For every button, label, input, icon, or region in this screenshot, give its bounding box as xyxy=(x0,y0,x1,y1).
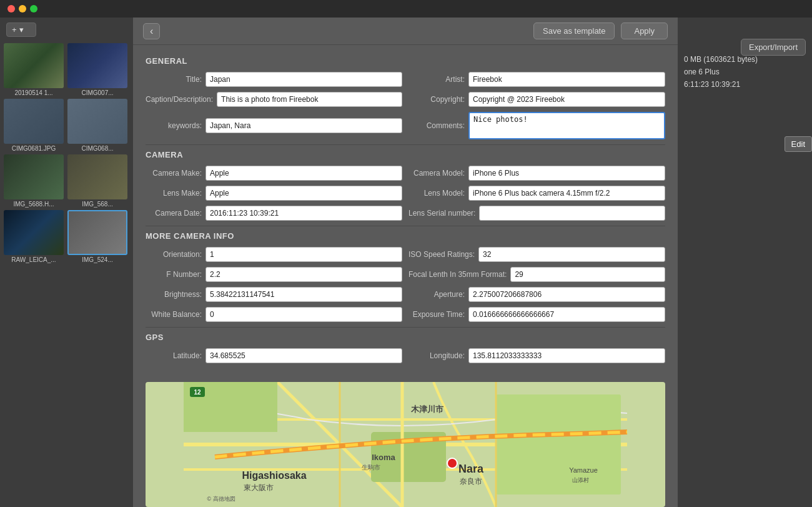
close-button[interactable] xyxy=(7,5,15,13)
svg-text:© 高徳地図: © 高徳地図 xyxy=(207,496,235,502)
minimize-button[interactable] xyxy=(19,5,26,13)
lens-make-input[interactable] xyxy=(205,186,402,201)
camera-model-input[interactable] xyxy=(468,166,665,181)
keywords-input[interactable] xyxy=(205,118,402,133)
camera-date-input[interactable] xyxy=(205,206,402,221)
orientation-iso-row: Orientation: ISO Speed Ratings: xyxy=(146,247,665,262)
aperture-input[interactable] xyxy=(468,287,665,302)
list-item[interactable]: CIMG007... xyxy=(66,43,129,96)
copyright-input[interactable] xyxy=(468,92,665,107)
save-as-template-button[interactable]: Save as template xyxy=(533,23,615,39)
gps-row: Latitude: Longitude: xyxy=(146,348,665,363)
form-content: GENERAL Title: Artist: Caption/Descripti… xyxy=(133,45,678,376)
svg-text:奈良市: 奈良市 xyxy=(460,477,482,486)
artist-label: Artist: xyxy=(408,75,465,84)
datetime-item: 6:11:23 10:39:21 xyxy=(684,80,806,89)
gps-section-title: GPS xyxy=(146,333,665,342)
list-item[interactable]: IMG_568... xyxy=(66,154,129,208)
whitebalance-exposure-row: White Balance: Exposure Time: xyxy=(146,307,665,322)
lens-serial-col: Lens Serial number: xyxy=(408,206,665,221)
lens-model-input[interactable] xyxy=(468,186,665,201)
back-button[interactable]: ‹ xyxy=(143,23,160,39)
list-item[interactable]: RAW_LEICA_... xyxy=(2,210,65,263)
model-item: one 6 Plus xyxy=(684,68,806,76)
camera-section-title: CAMERA xyxy=(146,150,665,159)
edit-button[interactable]: Edit xyxy=(785,136,812,152)
thumbnail-image-selected xyxy=(67,210,127,255)
focal-label: Focal Lenth In 35mm Format: xyxy=(408,270,507,279)
list-item[interactable]: CIMG0681.JPG xyxy=(2,99,65,152)
thumbnail-label: CIMG0681.JPG xyxy=(4,145,64,152)
title-input[interactable] xyxy=(205,72,402,87)
whitebalance-input[interactable] xyxy=(205,307,402,322)
caption-label: Caption/Description: xyxy=(146,95,213,104)
whitebalance-label: White Balance: xyxy=(146,310,202,319)
keywords-label: keywords: xyxy=(146,121,202,130)
camera-divider xyxy=(146,226,665,226)
list-item[interactable]: IMG_5688.H... xyxy=(2,154,65,208)
fnumber-label: F Number: xyxy=(146,270,202,279)
thumbnail-image xyxy=(4,210,64,255)
fullscreen-button[interactable] xyxy=(30,5,37,13)
list-item[interactable]: CIMG068... xyxy=(66,99,129,152)
iso-col: ISO Speed Ratings: xyxy=(408,247,665,262)
general-divider xyxy=(146,144,665,145)
latitude-input[interactable] xyxy=(205,348,402,363)
camera-make-label: Camera Make: xyxy=(146,169,202,178)
camera-model-label: Camera Model: xyxy=(408,169,465,178)
datetime-value: 6:11:23 10:39:21 xyxy=(684,80,740,89)
thumb-row-1: 20190514 1... CIMG007... xyxy=(0,42,133,98)
camera-date-col: Camera Date: xyxy=(146,206,402,221)
longitude-input[interactable] xyxy=(468,348,665,363)
thumbnail-label: IMG_5688.H... xyxy=(4,201,64,208)
caption-col: Caption/Description: xyxy=(146,92,402,107)
main-toolbar: ‹ Save as template Apply xyxy=(133,18,678,45)
list-item[interactable]: 20190514 1... xyxy=(2,43,65,96)
brightness-aperture-row: Brightness: Aperture: xyxy=(146,287,665,302)
thumbnail-image xyxy=(4,99,64,144)
caption-input[interactable] xyxy=(217,92,402,107)
svg-text:12: 12 xyxy=(194,389,201,396)
thumbnail-label: 20190514 1... xyxy=(4,89,64,96)
apply-button[interactable]: Apply xyxy=(621,23,668,39)
camera-make-input[interactable] xyxy=(205,166,402,181)
title-bar xyxy=(0,0,812,18)
exposure-input[interactable] xyxy=(468,307,665,322)
thumbnail-image xyxy=(67,154,127,199)
keywords-comments-row: keywords: Comments: xyxy=(146,112,665,139)
whitebalance-col: White Balance: xyxy=(146,307,402,322)
fnumber-input[interactable] xyxy=(205,267,402,282)
map-container: 12 木津川市 Ikoma 生駒市 Higashiosaka 東大阪市 Nara… xyxy=(146,382,665,507)
fnumber-focal-row: F Number: Focal Lenth In 35mm Format: xyxy=(146,267,665,282)
general-section-title: GENERAL xyxy=(146,56,665,66)
focal-input[interactable] xyxy=(510,267,665,282)
camera-date-row: Camera Date: Lens Serial number: xyxy=(146,206,665,221)
more-camera-divider xyxy=(146,327,665,328)
list-item[interactable]: IMG_524... xyxy=(66,210,129,263)
camera-date-label: Camera Date: xyxy=(146,209,202,218)
more-camera-section-title: MORE CAMERA INFO xyxy=(146,231,665,241)
title-label: Title: xyxy=(146,75,202,84)
lens-model-col: Lens Model: xyxy=(408,186,665,201)
comments-input[interactable] xyxy=(468,112,665,139)
camera-make-row: Camera Make: Camera Model: xyxy=(146,166,665,181)
main-panel: ‹ Save as template Apply GENERAL Title: … xyxy=(133,18,678,507)
thumbnail-label: CIMG007... xyxy=(67,89,127,96)
export-import-button[interactable]: Export/Import xyxy=(741,39,806,56)
artist-input[interactable] xyxy=(468,72,665,87)
left-panel: + ▾ 20190514 1... CIMG007... CIMG0681.JP… xyxy=(0,18,133,507)
iso-input[interactable] xyxy=(478,247,665,262)
lens-serial-input[interactable] xyxy=(479,206,665,221)
thumbnail-image xyxy=(4,154,64,199)
lens-make-label: Lens Make: xyxy=(146,189,202,198)
file-size-value: 0 MB (1603621 bytes) xyxy=(684,55,758,64)
svg-text:生駒市: 生駒市 xyxy=(362,464,380,471)
brightness-input[interactable] xyxy=(205,287,402,302)
svg-text:Nara: Nara xyxy=(458,463,484,475)
add-button[interactable]: + ▾ xyxy=(6,23,36,37)
orientation-input[interactable] xyxy=(205,247,402,262)
lens-model-label: Lens Model: xyxy=(408,189,465,198)
svg-text:東大阪市: 東大阪市 xyxy=(244,483,274,492)
thumbnail-label: CIMG068... xyxy=(67,145,127,152)
camera-model-col: Camera Model: xyxy=(408,166,665,181)
